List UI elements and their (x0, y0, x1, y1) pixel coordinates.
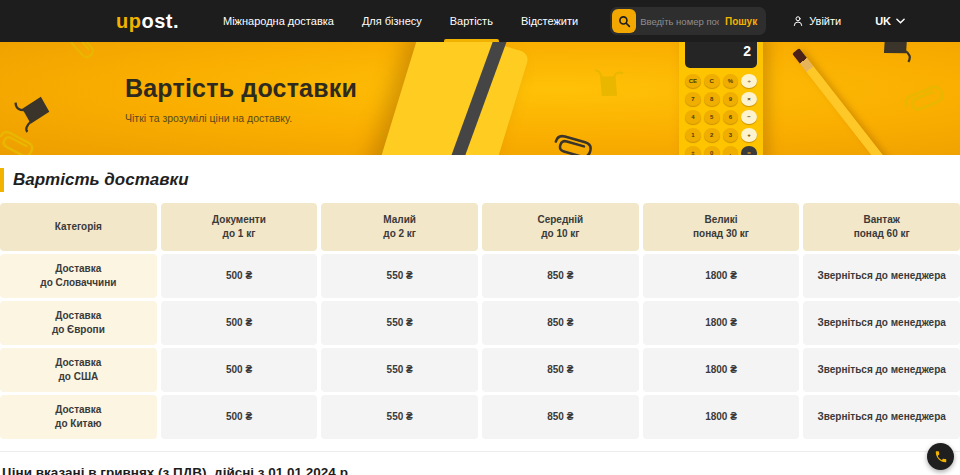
table-value-cell: 850 ₴ (482, 254, 639, 298)
calculator-key: 7 (685, 92, 701, 106)
table-category-cell: Доставкадо Китаю (0, 395, 157, 439)
table-header-cell: Документидо 1 кг (161, 203, 318, 251)
nav-item-active[interactable]: Вартість (436, 0, 507, 42)
chevron-down-icon (896, 18, 905, 24)
calculator-key: ÷ (741, 74, 757, 88)
table-value-cell: Зверніться до менеджера (803, 301, 960, 345)
section-title: Вартість доставки (0, 168, 960, 192)
calculator-key: 2 (704, 128, 720, 142)
hero-banner: 1+1 2 CEC%÷789×456−123+±0.= Вартість дос… (0, 42, 960, 155)
table-header-cell: Малийдо 2 кг (321, 203, 478, 251)
table-value-cell: 550 ₴ (321, 301, 478, 345)
logo[interactable]: upost. (116, 10, 179, 33)
calculator-keys: CEC%÷789×456−123+±0.= (685, 74, 757, 155)
pencil-graphic (792, 48, 909, 155)
calculator-key: 9 (723, 92, 739, 106)
table-value-cell: 500 ₴ (161, 348, 318, 392)
login-button[interactable]: Увійти (792, 15, 841, 27)
table-category-cell: Доставкадо Європи (0, 301, 157, 345)
calculator-key: C (704, 74, 720, 88)
logo-rest: ost. (141, 10, 179, 32)
table-value-cell: 550 ₴ (321, 395, 478, 439)
table-value-cell: 500 ₴ (161, 301, 318, 345)
table-header-cell: Вантажпонад 60 кг (803, 203, 960, 251)
pricing-table: КатегоріяДокументидо 1 кгМалийдо 2 кгСер… (0, 203, 960, 439)
nav-item-link[interactable]: Відстежити (507, 0, 592, 42)
table-category-cell: Доставкадо США (0, 348, 157, 392)
accent-bar (0, 168, 4, 192)
language-label: UK (875, 15, 891, 27)
user-icon (792, 15, 804, 27)
calculator-key: + (741, 128, 757, 142)
table-value-cell: Зверніться до менеджера (803, 254, 960, 298)
table-value-cell: 1800 ₴ (643, 301, 800, 345)
table-header-cell: Категорія (0, 203, 157, 251)
search-box: Пошук (610, 7, 766, 35)
table-value-cell: 1800 ₴ (643, 395, 800, 439)
calculator-key: CE (685, 74, 701, 88)
pricing-note: Ціни вказані в гривнях (з ПДВ), дійсні з… (2, 465, 960, 475)
section-title-text: Вартість доставки (13, 170, 189, 190)
table-value-cell: 500 ₴ (161, 395, 318, 439)
table-header-cell: Середнійдо 10 кг (482, 203, 639, 251)
table-header-cell: Великіпонад 30 кг (643, 203, 800, 251)
logo-accent: up (116, 10, 141, 32)
binder-clip-icon (11, 89, 56, 134)
login-label: Увійти (809, 15, 841, 27)
calculator-key: 0 (704, 146, 720, 155)
search-icon (618, 15, 631, 28)
calculator-key: 8 (704, 92, 720, 106)
table-value-cell: 500 ₴ (161, 254, 318, 298)
nav-item-link[interactable]: Міжнародна доставка (209, 0, 348, 42)
calculator-key: . (723, 146, 739, 155)
table-value-cell: Зверніться до менеджера (803, 395, 960, 439)
paperclip-icon (63, 42, 98, 63)
table-value-cell: Зверніться до менеджера (803, 348, 960, 392)
call-fab-button[interactable] (927, 443, 954, 470)
table-value-cell: 550 ₴ (321, 254, 478, 298)
paperclip-icon (899, 81, 948, 118)
language-selector[interactable]: UK (875, 15, 905, 27)
table-value-cell: 850 ₴ (482, 301, 639, 345)
calculator-key: ± (685, 146, 701, 155)
table-value-cell: 550 ₴ (321, 348, 478, 392)
paperclip-icon (550, 131, 596, 155)
calculator-screen: 1+1 2 (685, 42, 757, 68)
phone-icon (934, 450, 948, 464)
binder-clip-icon (876, 42, 920, 66)
table-value-cell: 850 ₴ (482, 395, 639, 439)
hero-subtitle: Чіткі та зрозумілі ціни на доставку. (125, 112, 357, 124)
search-icon-button[interactable] (612, 9, 636, 33)
nav-item-link[interactable]: Для бізнесу (348, 0, 436, 42)
nav-menu: Міжнародна доставкаДля бізнесуВартістьВі… (209, 0, 592, 42)
calculator-key: × (741, 92, 757, 106)
calculator-key: 1 (685, 128, 701, 142)
main-content: Вартість доставки КатегоріяДокументидо 1… (0, 168, 960, 439)
hero-title: Вартість доставки (125, 74, 357, 103)
table-value-cell: 850 ₴ (482, 348, 639, 392)
calculator-key: 4 (685, 110, 701, 124)
calculator-result: 2 (691, 43, 751, 59)
calculator-key: = (741, 146, 757, 155)
calculator-key: 3 (723, 128, 739, 142)
calculator-graphic: 1+1 2 CEC%÷789×456−123+±0.= (679, 42, 763, 155)
binder-clip-icon (589, 65, 626, 102)
calculator-key: % (723, 74, 739, 88)
table-category-cell: Доставкадо Словаччини (0, 254, 157, 298)
calculator-key: 6 (723, 110, 739, 124)
calculator-key: 5 (704, 110, 720, 124)
table-value-cell: 1800 ₴ (643, 254, 800, 298)
calculator-key: − (741, 110, 757, 124)
search-submit-button[interactable]: Пошук (723, 16, 764, 27)
notebook-graphic (378, 42, 530, 155)
table-value-cell: 1800 ₴ (643, 348, 800, 392)
footer: Ціни вказані в гривнях (з ПДВ), дійсні з… (0, 451, 960, 475)
top-nav: upost. Міжнародна доставкаДля бізнесуВар… (0, 0, 960, 42)
search-input[interactable] (636, 16, 723, 27)
notebook-band (436, 42, 510, 155)
